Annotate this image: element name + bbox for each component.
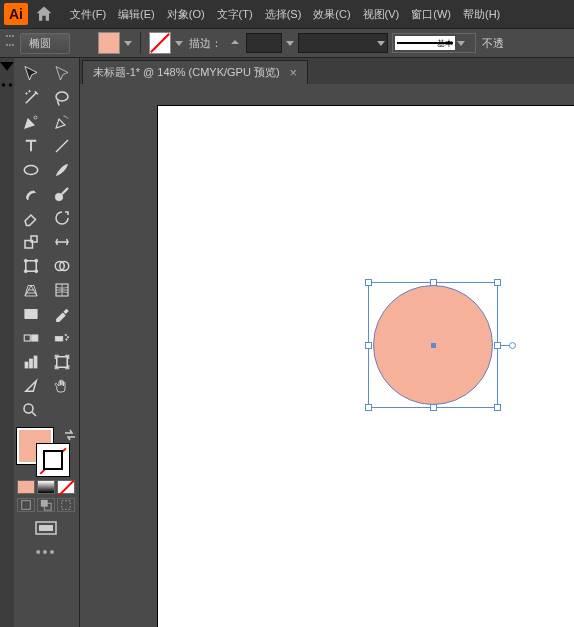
curvature-tool[interactable] [46, 110, 77, 134]
stroke-weight-input[interactable] [246, 33, 282, 53]
rotate-tool[interactable] [46, 206, 77, 230]
svg-point-3 [28, 91, 30, 93]
stroke-style-dropdown[interactable]: 基本 [392, 33, 476, 53]
stroke-swatch[interactable] [149, 32, 171, 54]
active-tool-name: 椭圆 [20, 33, 70, 54]
collapse-icon[interactable] [0, 62, 14, 76]
stroke-weight-dropdown-icon[interactable] [286, 41, 294, 46]
menu-item-object[interactable]: 对象(O) [161, 0, 211, 28]
gradient-tool[interactable] [15, 302, 46, 326]
svg-point-24 [67, 337, 69, 339]
pen-tool[interactable] [15, 110, 46, 134]
home-icon[interactable] [34, 4, 54, 24]
stroke-decrement-icon[interactable] [230, 38, 240, 48]
toolbox: ••• [14, 58, 80, 627]
menu-bar: Ai 文件(F) 编辑(E) 对象(O) 文字(T) 选择(S) 效果(C) 视… [0, 0, 574, 28]
eyedropper-tool[interactable] [46, 302, 77, 326]
menu-item-select[interactable]: 选择(S) [259, 0, 308, 28]
color-mode-gradient[interactable] [37, 480, 55, 494]
mesh-tool[interactable] [46, 278, 77, 302]
free-transform-tool[interactable] [15, 254, 46, 278]
swap-colors-icon[interactable] [63, 428, 77, 442]
direct-selection-tool[interactable] [46, 62, 77, 86]
shaper-tool[interactable] [15, 182, 46, 206]
fill-swatch[interactable] [98, 32, 120, 54]
draw-normal[interactable] [17, 498, 35, 512]
svg-point-6 [24, 166, 38, 175]
hand-tool[interactable] [46, 374, 77, 398]
canvas[interactable] [80, 84, 574, 627]
symbol-sprayer-tool[interactable] [46, 326, 77, 350]
menu-item-type[interactable]: 文字(T) [211, 0, 259, 28]
menu-item-view[interactable]: 视图(V) [357, 0, 406, 28]
eraser-tool[interactable] [15, 206, 46, 230]
stroke-color-well[interactable] [37, 444, 69, 476]
width-tool[interactable] [46, 230, 77, 254]
draw-inside[interactable] [57, 498, 75, 512]
menu-item-window[interactable]: 窗口(W) [405, 0, 457, 28]
svg-point-7 [55, 193, 63, 201]
resize-handle-bm[interactable] [430, 404, 437, 411]
lasso-tool[interactable] [46, 86, 77, 110]
pie-handle[interactable] [509, 342, 516, 349]
color-mode-row [15, 480, 77, 494]
screen-mode-button[interactable] [15, 518, 77, 538]
svg-point-13 [24, 270, 27, 273]
svg-point-4 [56, 92, 68, 101]
stroke-profile-dropdown[interactable] [298, 33, 388, 53]
svg-rect-26 [25, 362, 28, 368]
center-point[interactable] [431, 343, 436, 348]
resize-handle-tl[interactable] [365, 279, 372, 286]
panel-collapse-rail[interactable] [0, 58, 14, 627]
stroke-preview: 基本 [395, 36, 455, 50]
line-tool[interactable] [46, 134, 77, 158]
edit-toolbar-button[interactable]: ••• [15, 544, 77, 560]
draw-mode-row [15, 498, 77, 512]
color-mode-fill[interactable] [17, 480, 35, 494]
perspective-grid-tool[interactable] [15, 278, 46, 302]
svg-rect-22 [55, 337, 63, 342]
resize-handle-bl[interactable] [365, 404, 372, 411]
blend-tool[interactable] [15, 326, 46, 350]
svg-rect-29 [56, 357, 67, 368]
svg-rect-10 [25, 261, 36, 272]
fill-dropdown-icon[interactable] [124, 41, 132, 46]
slice-tool[interactable] [15, 374, 46, 398]
magic-wand-tool[interactable] [15, 86, 46, 110]
color-picker[interactable] [15, 428, 77, 474]
menu-item-effect[interactable]: 效果(C) [307, 0, 356, 28]
artboard[interactable] [158, 106, 574, 627]
zoom-tool[interactable] [15, 398, 77, 422]
draw-behind[interactable] [37, 498, 55, 512]
blob-brush-tool[interactable] [46, 182, 77, 206]
artboard-tool[interactable] [46, 350, 77, 374]
column-graph-tool[interactable] [15, 350, 46, 374]
svg-rect-36 [39, 525, 53, 531]
shape-builder-tool[interactable] [46, 254, 77, 278]
menu-item-help[interactable]: 帮助(H) [457, 0, 506, 28]
selection-tool[interactable] [15, 62, 46, 86]
opacity-label: 不透 [482, 36, 504, 51]
menu-item-file[interactable]: 文件(F) [64, 0, 112, 28]
resize-handle-tr[interactable] [494, 279, 501, 286]
paintbrush-tool[interactable] [46, 158, 77, 182]
document-tab[interactable]: 未标题-1* @ 148% (CMYK/GPU 预览) × [82, 60, 308, 84]
close-tab-icon[interactable]: × [290, 65, 298, 80]
selection-bounds[interactable] [368, 282, 498, 408]
svg-point-0 [2, 83, 6, 87]
svg-rect-18 [25, 310, 37, 319]
scale-tool[interactable] [15, 230, 46, 254]
resize-handle-tm[interactable] [430, 279, 437, 286]
grip-icon[interactable] [6, 35, 14, 51]
type-tool[interactable] [15, 134, 46, 158]
ellipse-tool[interactable] [15, 158, 46, 182]
stroke-dropdown-icon[interactable] [175, 41, 183, 46]
resize-handle-ml[interactable] [365, 342, 372, 349]
work-area: 未标题-1* @ 148% (CMYK/GPU 预览) × [80, 58, 574, 627]
resize-handle-br[interactable] [494, 404, 501, 411]
color-mode-none[interactable] [57, 480, 75, 494]
svg-point-14 [34, 270, 37, 273]
svg-point-12 [34, 259, 37, 262]
menu-item-edit[interactable]: 编辑(E) [112, 0, 161, 28]
svg-rect-31 [22, 501, 31, 510]
